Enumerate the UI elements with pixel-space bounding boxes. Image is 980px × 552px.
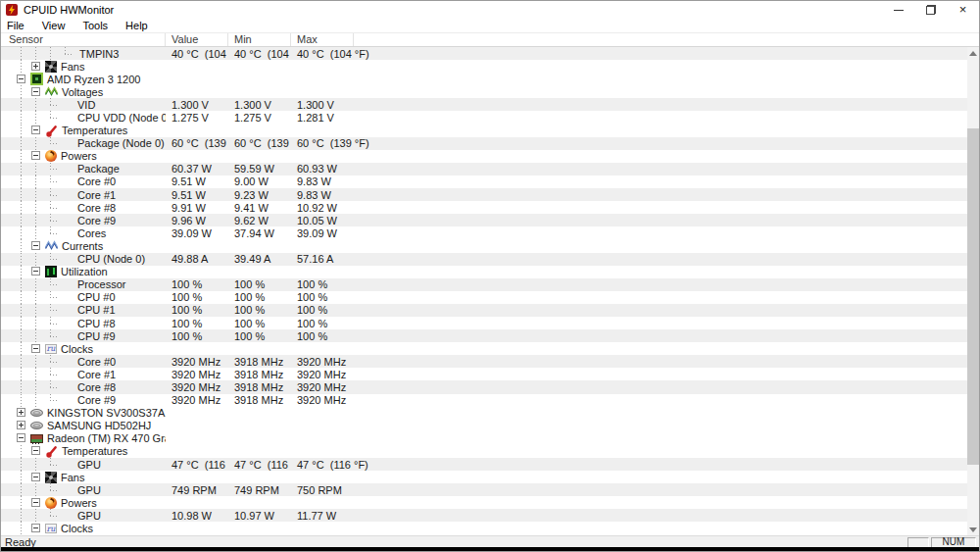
tree-guide [43,355,58,368]
tree-row[interactable]: Core #93920 MHz3918 MHz3920 MHz [1,394,979,407]
min-cell [228,420,291,432]
sensor-label: Clocks [61,523,93,534]
tree-guide [43,509,58,522]
collapse-icon[interactable] [14,73,28,85]
tree-row[interactable]: CPU (Node 0)49.88 A39.49 A57.16 A [1,253,979,266]
collapse-icon[interactable] [28,522,43,534]
tree-row[interactable]: Core #13920 MHz3918 MHz3920 MHz [1,368,979,380]
tree-row[interactable]: ruClocks [1,342,979,355]
menu-item-view[interactable]: View [33,20,74,31]
tree-row[interactable]: Core #19.51 W9.23 W9.83 W [1,188,979,201]
collapse-icon[interactable] [28,342,43,355]
sensor-cell: ruClocks [1,342,166,355]
tree-row[interactable]: Core #09.51 W9.00 W9.83 W [1,176,979,188]
menu-item-tools[interactable]: Tools [74,20,117,31]
tree-row[interactable]: VID1.300 V1.300 V1.300 V [1,98,979,111]
tree-row[interactable]: Package60.37 W59.59 W60.93 W [1,163,979,176]
tree-row[interactable]: Core #99.96 W9.62 W10.05 W [1,214,979,226]
voltage-icon [45,85,58,98]
collapse-icon[interactable] [28,239,43,252]
max-cell: 100 % [291,278,979,291]
column-header-filler [354,33,979,46]
expand-icon[interactable] [14,420,28,432]
tree-row[interactable]: Core #89.91 W9.41 W10.92 W [1,201,979,214]
tree-row[interactable]: Processor100 %100 %100 % [1,278,979,291]
scrollbar-down-button[interactable] [967,524,979,535]
tree-row[interactable]: SAMSUNG HD502HJ [1,420,979,432]
tree-guide [28,176,43,188]
tree-row[interactable]: GPU10.98 W10.97 W11.77 W [1,509,979,522]
column-header-value[interactable]: Value [166,33,228,46]
collapse-icon[interactable] [28,150,43,163]
tree-guide [14,471,28,483]
collapse-icon[interactable] [28,125,43,137]
column-header-sensor[interactable]: Sensor [1,33,166,46]
min-cell: 100 % [228,317,291,329]
tree-row[interactable]: Core #03920 MHz3918 MHz3920 MHz [1,355,979,368]
restore-button[interactable] [914,1,947,19]
tree-guide [14,137,28,150]
tree-row[interactable]: GPU47 °C (116 °F)47 °C (116 °F)47 °C (11… [1,458,979,471]
power-icon [45,150,57,162]
sensor-cell: SAMSUNG HD502HJ [1,420,166,432]
menu-item-file[interactable]: File [1,20,33,31]
tree-row[interactable]: AMD Ryzen 3 1200 [1,73,979,85]
tree-row[interactable]: CPU #0100 %100 %100 % [1,291,979,304]
tree-row[interactable]: CPU VDD (Node 0)1.275 V1.275 V1.281 V [1,111,979,124]
column-header-max[interactable]: Max [291,33,354,46]
value-cell: 1.300 V [166,98,228,111]
expand-icon[interactable] [14,407,28,420]
collapse-icon[interactable] [28,85,43,98]
sensor-cell: Core #0 [1,355,166,368]
minimize-button[interactable] [882,1,914,19]
sensor-cell: ruClocks [1,522,166,534]
column-header-min[interactable]: Min [228,33,291,46]
collapse-icon[interactable] [28,471,43,483]
max-cell: 100 % [291,304,979,317]
tree-row[interactable]: Fans [1,471,979,483]
tree-row[interactable]: Currents [1,239,979,252]
collapse-icon[interactable] [14,432,28,445]
tree-row[interactable]: CPU #1100 %100 %100 % [1,304,979,317]
tree-row[interactable]: CPU #9100 %100 %100 % [1,329,979,342]
tree-row[interactable]: Temperatures [1,445,979,458]
scrollbar-up-button[interactable] [967,47,979,59]
tree-row[interactable]: Powers [1,496,979,509]
menu-item-help[interactable]: Help [117,20,157,31]
tree-row[interactable]: CPU #8100 %100 %100 % [1,317,979,329]
sensor-cell: Package (Node 0) [1,137,166,150]
min-cell [228,266,291,278]
vertical-scrollbar[interactable] [967,47,979,535]
collapse-icon[interactable] [28,445,43,458]
tree-row[interactable]: Temperatures [1,125,979,137]
tree-guide [14,214,28,226]
tree-row[interactable]: KINGSTON SV300S37A120G [1,407,979,420]
collapse-icon[interactable] [28,266,43,278]
tree-row[interactable]: ruClocks [1,522,979,534]
tree-row[interactable]: Radeon (TM) RX 470 Graphics [1,432,979,445]
expand-icon[interactable] [28,60,43,73]
tree-row[interactable]: Core #83920 MHz3918 MHz3920 MHz [1,380,979,393]
scrollbar-thumb[interactable] [967,128,979,465]
tree-row[interactable]: TMPIN340 °C (104 °F)40 °C (104 °F)40 °C … [1,47,979,60]
close-button[interactable]: × [947,1,979,19]
tree-row[interactable]: GPU749 RPM749 RPM750 RPM [1,483,979,496]
value-cell: 100 % [166,304,228,317]
min-cell: 3918 MHz [228,355,291,368]
tree-guide [43,394,58,407]
tree-row[interactable]: Utilization [1,266,979,278]
tree-guide [28,214,43,226]
max-cell: 9.83 W [291,176,979,188]
tree-guide [43,111,58,124]
tree-row[interactable]: Package (Node 0)60 °C (139 °F)60 °C (139… [1,137,979,150]
tree-guide [14,253,28,266]
tree-row[interactable]: Cores39.09 W37.94 W39.09 W [1,226,979,239]
tree-row[interactable]: Fans [1,60,979,73]
tree-row[interactable]: Powers [1,150,979,163]
min-cell: 9.00 W [228,176,291,188]
tree-guide [14,150,28,163]
max-cell: 100 % [291,329,979,342]
tree-row[interactable]: Voltages [1,85,979,98]
sensor-cell: GPU [1,483,166,496]
collapse-icon[interactable] [28,496,43,509]
